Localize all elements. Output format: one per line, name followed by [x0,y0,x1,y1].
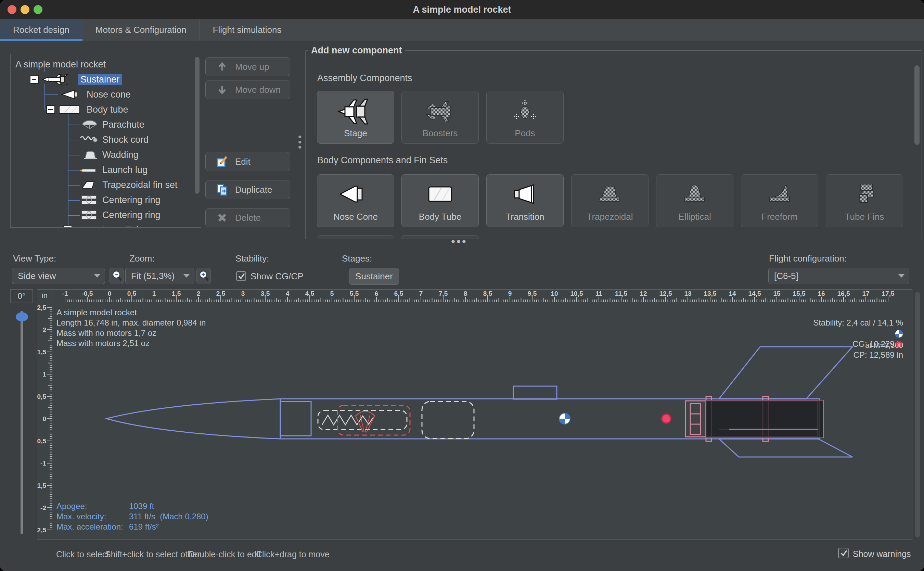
tab-motors-configuration[interactable]: Motors & Configuration [83,19,200,41]
parachute-icon [81,119,98,131]
body-components-label: Body Components and Fin Sets [317,155,448,166]
edit-icon [215,156,229,167]
tree-item-nose-cone[interactable]: Nose cone [11,87,201,102]
tree-item-wadding[interactable]: Wadding [11,147,201,162]
tree-item-shock-cord[interactable]: Shock cord [11,132,201,147]
svg-text:16: 16 [818,290,825,297]
tab-flight-simulations[interactable]: Flight simulations [200,19,295,41]
tree-item-parachute[interactable]: Parachute [11,117,201,132]
zoom-out-button[interactable] [109,268,124,284]
add-transition-button[interactable]: Transition [486,174,564,227]
wadding-outline[interactable] [422,401,474,438]
add-tube-fins-button[interactable]: Tube Fins [826,174,903,227]
rocket-mass-line: Mass with no motors 1,7 oz [57,328,156,338]
check-icon [839,548,849,558]
rotation-slider-knob[interactable] [16,312,28,321]
zoom-in-button[interactable] [196,268,211,284]
launch-lug-outline[interactable] [513,386,557,399]
vertical-splitter-handle[interactable]: ••• [298,134,302,150]
add-component-title: Add new component [308,45,405,56]
tree-item-inner-tube[interactable]: Inner Tube [11,222,201,228]
nose-shoulder-outline [280,401,311,436]
delete-button[interactable]: Delete [205,208,290,227]
svg-text:8: 8 [464,290,468,297]
view-type-label: View Type: [13,253,56,264]
stage-sustainer-toggle[interactable]: Sustainer [349,268,399,285]
horizontal-splitter-handle[interactable]: ••• [451,235,468,248]
transition-icon [487,182,563,206]
add-pods-button[interactable]: Pods [486,91,564,144]
collapse-box-icon[interactable] [63,225,72,228]
ruler-unit-label: in [37,290,52,302]
tree-item-trapezoidal-fin-set[interactable]: Trapezoidal fin set [11,177,201,192]
horizontal-ruler: -1-0,500,511,522,533,544,555,566,577,588… [52,290,912,302]
svg-text:3,5: 3,5 [261,290,270,297]
tree-item-centering-ring-2[interactable]: Centering ring [11,207,201,222]
svg-text:2,5: 2,5 [37,304,46,311]
flight-configuration-dropdown[interactable]: [C6-5] [768,268,909,284]
nose-cone-outline[interactable] [106,399,280,439]
body-tube-icon [59,104,80,116]
tree-item-rocket-root[interactable]: A simple model rocket [11,57,201,72]
add-component-button-cut[interactable] [317,235,394,239]
figure-scrollbar[interactable] [915,292,920,537]
rocket-side-view[interactable] [52,302,912,540]
tree-item-centering-ring[interactable]: Centering ring [11,192,201,207]
move-up-button[interactable]: Move up [205,57,290,76]
svg-text:14: 14 [728,290,736,297]
show-cgcp-checkbox[interactable] [236,271,246,281]
cg-marker-icon[interactable] [559,413,570,424]
cp-marker-icon[interactable] [662,414,671,423]
add-body-tube-button[interactable]: Body Tube [402,174,479,227]
move-down-button[interactable]: Move down [205,80,290,99]
tree-scrollbar[interactable] [195,57,200,194]
parachute-canopy [356,411,375,416]
collapse-box-icon[interactable] [30,75,38,84]
boosters-icon [402,99,479,125]
svg-text:14,5: 14,5 [748,290,761,297]
rocket-name-line: A simple model rocket [57,307,137,318]
tree-item-body-tube[interactable]: Body tube [11,102,201,117]
add-nose-cone-button[interactable]: Nose Cone [317,174,394,227]
hint-double-click: Double-click to edit [189,549,261,559]
stages-label: Stages: [342,253,372,264]
elliptical-fin-icon [656,182,733,206]
add-elliptical-fin-button[interactable]: Elliptical [656,174,733,227]
view-type-dropdown[interactable]: Side view [12,268,105,284]
add-boosters-button[interactable]: Boosters [402,91,479,144]
add-component-panel: Add new component Assembly Components St… [305,45,922,239]
mach-note: at M=0,300 [865,340,903,350]
duplicate-button[interactable]: Duplicate [205,180,290,199]
svg-text:1,5: 1,5 [172,290,181,297]
shock-cord-zigzag [322,415,373,425]
svg-text:0,5: 0,5 [127,290,137,297]
add-stage-button[interactable]: Stage [317,91,394,144]
svg-text:1: 1 [152,290,156,297]
rotation-slider-track[interactable] [20,311,23,534]
svg-text:12: 12 [640,290,647,297]
show-warnings-checkbox[interactable] [838,548,849,558]
edit-button[interactable]: Edit [205,152,290,171]
nose-cone-component-icon [317,182,394,206]
svg-text:6,5: 6,5 [394,290,403,297]
add-freeform-fin-button[interactable]: Freeform [741,174,818,227]
check-icon [237,272,246,281]
rocket-icon [42,74,68,86]
stage-icon [317,99,394,125]
shock-cord-outline[interactable] [318,411,407,430]
tree-item-launch-lug[interactable]: Launch lug [11,162,201,177]
zoom-dropdown[interactable]: Fit (51,3%) [125,268,194,284]
component-panel-scrollbar[interactable] [915,65,919,145]
fin-upper[interactable] [719,347,853,399]
collapse-box-icon[interactable] [46,105,55,114]
add-trapezoidal-fin-button[interactable]: Trapezoidal [571,174,648,227]
svg-text:8,5: 8,5 [483,290,493,297]
toolbar-divider [321,255,321,284]
motor-block[interactable] [705,400,823,438]
fin-lower[interactable] [719,439,853,457]
tree-item-sustainer[interactable]: Sustainer [11,72,201,87]
svg-text:0: 0 [108,290,112,297]
svg-text:-1: -1 [62,290,68,297]
rocket-figure-panel[interactable]: in -1-0,500,511,522,533,544,555,566,577,… [37,289,912,540]
tab-rocket-design[interactable]: Rocket design [0,19,83,41]
